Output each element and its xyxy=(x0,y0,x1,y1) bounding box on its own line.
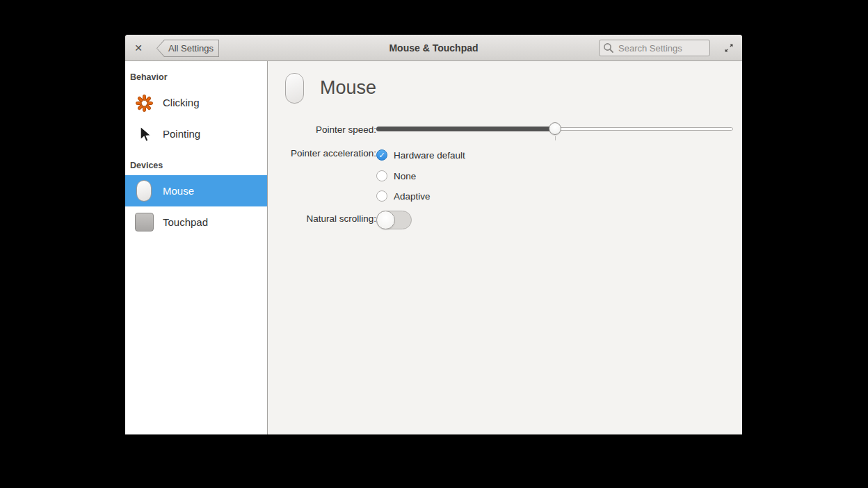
radio-label: Hardware default xyxy=(394,150,465,161)
settings-window: ✕ All Settings Mouse & Touchpad xyxy=(125,35,742,434)
sidebar-item-pointing[interactable]: Pointing xyxy=(125,118,267,149)
slider-center-tick xyxy=(555,136,556,140)
search-icon xyxy=(603,42,614,54)
click-burst-icon xyxy=(134,92,154,114)
pointer-speed-slider[interactable] xyxy=(376,122,733,135)
sidebar-item-label: Mouse xyxy=(163,185,194,197)
radio-label: None xyxy=(394,171,416,181)
back-button-label: All Settings xyxy=(168,43,214,54)
expand-icon xyxy=(723,42,734,54)
mouse-icon xyxy=(134,180,154,202)
close-button[interactable]: ✕ xyxy=(131,40,146,56)
touchpad-icon xyxy=(134,211,154,234)
desktop-background: ✕ All Settings Mouse & Touchpad xyxy=(0,0,868,488)
sidebar-header-behavior: Behavior xyxy=(125,61,267,87)
maximize-button[interactable] xyxy=(721,40,737,56)
search-field-wrap xyxy=(599,40,710,56)
page-title: Mouse xyxy=(320,77,376,99)
all-settings-back-button[interactable]: All Settings xyxy=(156,40,219,57)
sidebar-item-label: Pointing xyxy=(163,128,200,140)
titlebar[interactable]: ✕ All Settings Mouse & Touchpad xyxy=(125,35,742,61)
pointer-speed-fill xyxy=(376,127,555,131)
sidebar-item-label: Touchpad xyxy=(163,216,208,228)
pointer-acceleration-label: Pointer acceleration: xyxy=(279,148,376,158)
sidebar-item-touchpad[interactable]: Touchpad xyxy=(125,206,267,238)
radio-option-adaptive[interactable]: Adaptive xyxy=(376,189,431,203)
radio-label: Adaptive xyxy=(394,191,431,202)
radio-1[interactable] xyxy=(376,170,387,181)
radio-option-none[interactable]: None xyxy=(376,169,416,183)
sidebar-header-devices: Devices xyxy=(125,149,267,175)
search-input[interactable] xyxy=(599,40,710,56)
natural-scrolling-label: Natural scrolling: xyxy=(279,213,376,224)
radio-0[interactable] xyxy=(376,149,387,161)
radio-2[interactable] xyxy=(376,190,387,202)
sidebar-item-mouse[interactable]: Mouse xyxy=(125,175,267,206)
natural-scrolling-toggle[interactable] xyxy=(376,211,412,229)
cursor-icon xyxy=(134,123,154,145)
pointer-speed-handle[interactable] xyxy=(549,122,561,135)
sidebar-item-label: Clicking xyxy=(163,97,200,108)
sidebar-item-clicking[interactable]: Clicking xyxy=(125,87,267,118)
sidebar: Behavior Clicking xyxy=(125,61,268,434)
close-icon: ✕ xyxy=(134,42,143,54)
mouse-settings-panel: Mouse Pointer speed: Pointer acceleratio… xyxy=(268,61,742,434)
pointer-speed-label: Pointer speed: xyxy=(279,124,376,135)
mouse-device-icon xyxy=(285,73,304,104)
radio-option-hardware-default[interactable]: Hardware default xyxy=(376,148,465,162)
toggle-knob[interactable] xyxy=(376,211,395,229)
